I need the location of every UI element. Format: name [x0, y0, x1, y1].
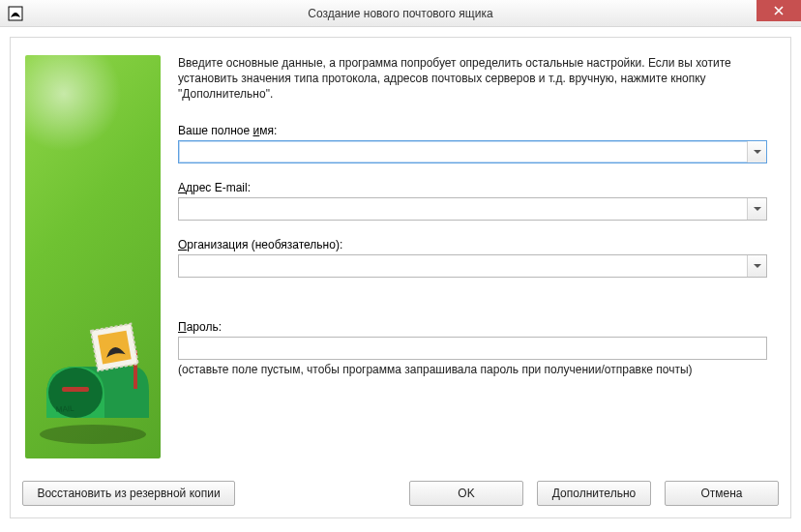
chevron-down-icon[interactable]	[747, 255, 766, 277]
close-button[interactable]	[756, 0, 801, 21]
titlebar: Создание нового почтового ящика	[0, 0, 801, 27]
label-org: Организация (необязательно):	[178, 238, 767, 251]
label-password: Пароль:	[178, 320, 767, 334]
ok-button[interactable]: OK	[409, 481, 523, 506]
dialog-panel: MAIL Введите основные данные, а программ…	[10, 37, 791, 518]
sidebar-illustration: MAIL	[25, 55, 161, 458]
password-hint: (оставьте поле пустым, чтобы программа з…	[178, 363, 767, 376]
email-input[interactable]	[178, 197, 767, 221]
org-input[interactable]	[178, 254, 767, 278]
label-email: Адрес E-mail:	[178, 181, 767, 194]
password-input[interactable]	[178, 337, 767, 360]
form-area: Введите основные данные, а программа поп…	[166, 38, 790, 468]
label-name: Ваше полное имя:	[178, 124, 767, 137]
field-org: Организация (необязательно):	[178, 238, 767, 278]
email-input-text[interactable]	[184, 201, 745, 217]
name-input[interactable]	[178, 140, 767, 163]
mailbox-icon: MAIL	[25, 313, 161, 449]
intro-text: Введите основные данные, а программа поп…	[178, 55, 767, 103]
restore-button[interactable]: Восстановить из резервной копии	[22, 481, 235, 506]
field-name: Ваше полное имя:	[178, 124, 767, 163]
field-password: Пароль: (оставьте поле пустым, чтобы про…	[178, 320, 767, 376]
footer: Восстановить из резервной копии OK Допол…	[11, 471, 790, 517]
svg-point-1	[40, 425, 146, 444]
window-title: Создание нового почтового ящика	[0, 7, 801, 20]
svg-rect-3	[62, 387, 89, 392]
cancel-button[interactable]: Отмена	[665, 481, 779, 506]
name-input-text[interactable]	[184, 144, 745, 160]
advanced-button[interactable]: Дополнительно	[537, 481, 651, 506]
field-email: Адрес E-mail:	[178, 181, 767, 221]
app-icon	[8, 6, 23, 21]
chevron-down-icon[interactable]	[747, 141, 766, 163]
chevron-down-icon[interactable]	[747, 198, 766, 220]
svg-text:MAIL: MAIL	[56, 404, 75, 414]
org-input-text[interactable]	[184, 258, 745, 274]
